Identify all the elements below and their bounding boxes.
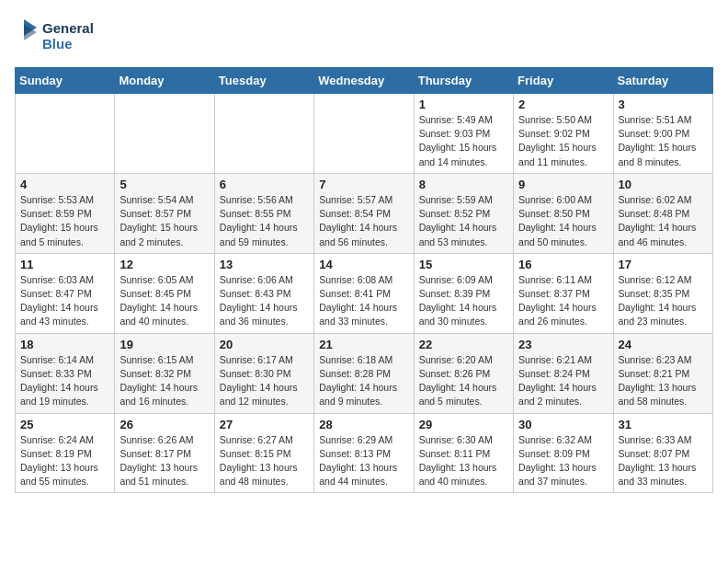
day-info: Sunrise: 6:26 AMSunset: 8:17 PMDaylight:… (119, 433, 209, 489)
calendar-cell: 25Sunrise: 6:24 AMSunset: 8:19 PMDayligh… (16, 413, 115, 493)
day-number: 19 (119, 338, 209, 351)
day-info: Sunrise: 6:23 AMSunset: 8:21 PMDaylight:… (619, 353, 708, 409)
calendar-cell: 2Sunrise: 5:50 AMSunset: 9:02 PMDaylight… (514, 94, 613, 174)
calendar-cell: 17Sunrise: 6:12 AMSunset: 8:35 PMDayligh… (613, 253, 712, 333)
day-number: 1 (419, 98, 508, 111)
week-row-4: 18Sunrise: 6:14 AMSunset: 8:33 PMDayligh… (16, 333, 713, 413)
day-info: Sunrise: 6:29 AMSunset: 8:13 PMDaylight:… (319, 433, 408, 489)
day-info: Sunrise: 6:06 AMSunset: 8:43 PMDaylight:… (220, 273, 309, 329)
calendar-cell: 6Sunrise: 5:56 AMSunset: 8:55 PMDaylight… (214, 173, 313, 253)
calendar-cell: 29Sunrise: 6:30 AMSunset: 8:11 PMDayligh… (414, 413, 513, 493)
calendar-cell: 8Sunrise: 5:59 AMSunset: 8:52 PMDaylight… (414, 173, 513, 253)
calendar-cell: 22Sunrise: 6:20 AMSunset: 8:26 PMDayligh… (414, 333, 513, 413)
day-info: Sunrise: 5:57 AMSunset: 8:54 PMDaylight:… (319, 193, 408, 249)
day-info: Sunrise: 6:15 AMSunset: 8:32 PMDaylight:… (119, 353, 209, 409)
day-number: 15 (419, 258, 508, 271)
day-info: Sunrise: 6:17 AMSunset: 8:30 PMDaylight:… (220, 353, 309, 409)
calendar-cell (214, 94, 313, 174)
day-number: 20 (220, 338, 309, 351)
day-info: Sunrise: 5:51 AMSunset: 9:00 PMDaylight:… (619, 113, 708, 169)
day-number: 9 (518, 178, 608, 191)
calendar-cell: 27Sunrise: 6:27 AMSunset: 8:15 PMDayligh… (214, 413, 313, 493)
day-number: 17 (619, 258, 708, 271)
calendar-cell: 19Sunrise: 6:15 AMSunset: 8:32 PMDayligh… (115, 333, 214, 413)
day-info: Sunrise: 6:03 AMSunset: 8:47 PMDaylight:… (20, 273, 109, 329)
day-info: Sunrise: 6:14 AMSunset: 8:33 PMDaylight:… (20, 353, 109, 409)
day-info: Sunrise: 6:27 AMSunset: 8:15 PMDaylight:… (220, 433, 309, 489)
calendar-cell: 13Sunrise: 6:06 AMSunset: 8:43 PMDayligh… (214, 253, 313, 333)
day-number: 14 (319, 258, 408, 271)
weekday-header-wednesday: Wednesday (314, 68, 414, 94)
weekday-header-friday: Friday (514, 68, 613, 94)
day-info: Sunrise: 5:50 AMSunset: 9:02 PMDaylight:… (518, 113, 608, 169)
calendar-cell: 12Sunrise: 6:05 AMSunset: 8:45 PMDayligh… (115, 253, 214, 333)
week-row-3: 11Sunrise: 6:03 AMSunset: 8:47 PMDayligh… (16, 253, 713, 333)
day-number: 22 (419, 338, 508, 351)
calendar-cell: 3Sunrise: 5:51 AMSunset: 9:00 PMDaylight… (613, 94, 712, 174)
calendar-cell: 20Sunrise: 6:17 AMSunset: 8:30 PMDayligh… (214, 333, 313, 413)
day-info: Sunrise: 5:53 AMSunset: 8:59 PMDaylight:… (20, 193, 109, 249)
calendar-cell: 30Sunrise: 6:32 AMSunset: 8:09 PMDayligh… (514, 413, 613, 493)
day-info: Sunrise: 6:32 AMSunset: 8:09 PMDaylight:… (518, 433, 608, 489)
week-row-1: 1Sunrise: 5:49 AMSunset: 9:03 PMDaylight… (16, 94, 713, 174)
day-info: Sunrise: 5:54 AMSunset: 8:57 PMDaylight:… (119, 193, 209, 249)
day-number: 28 (319, 418, 408, 431)
svg-text:Blue: Blue (42, 36, 73, 52)
weekday-header-sunday: Sunday (16, 68, 115, 94)
day-number: 5 (119, 178, 209, 191)
day-number: 18 (20, 338, 109, 351)
day-info: Sunrise: 6:21 AMSunset: 8:24 PMDaylight:… (518, 353, 608, 409)
weekday-header-saturday: Saturday (613, 68, 712, 94)
day-number: 2 (518, 98, 608, 111)
day-number: 26 (119, 418, 209, 431)
day-number: 3 (619, 98, 708, 111)
calendar-cell (16, 94, 115, 174)
day-number: 13 (220, 258, 309, 271)
day-info: Sunrise: 5:59 AMSunset: 8:52 PMDaylight:… (419, 193, 508, 249)
calendar-cell: 18Sunrise: 6:14 AMSunset: 8:33 PMDayligh… (16, 333, 115, 413)
calendar-cell: 16Sunrise: 6:11 AMSunset: 8:37 PMDayligh… (514, 253, 613, 333)
day-number: 27 (220, 418, 309, 431)
day-info: Sunrise: 5:56 AMSunset: 8:55 PMDaylight:… (220, 193, 309, 249)
day-number: 23 (518, 338, 608, 351)
calendar-cell: 11Sunrise: 6:03 AMSunset: 8:47 PMDayligh… (16, 253, 115, 333)
day-number: 30 (518, 418, 608, 431)
logo-svg: General Blue (15, 15, 107, 56)
calendar-cell: 21Sunrise: 6:18 AMSunset: 8:28 PMDayligh… (314, 333, 414, 413)
day-info: Sunrise: 5:49 AMSunset: 9:03 PMDaylight:… (419, 113, 508, 169)
calendar-cell: 24Sunrise: 6:23 AMSunset: 8:21 PMDayligh… (613, 333, 712, 413)
calendar-cell: 26Sunrise: 6:26 AMSunset: 8:17 PMDayligh… (115, 413, 214, 493)
calendar-cell (314, 94, 414, 174)
day-info: Sunrise: 6:33 AMSunset: 8:07 PMDaylight:… (619, 433, 708, 489)
day-number: 25 (20, 418, 109, 431)
day-number: 24 (619, 338, 708, 351)
calendar-cell: 10Sunrise: 6:02 AMSunset: 8:48 PMDayligh… (613, 173, 712, 253)
day-number: 11 (20, 258, 109, 271)
day-info: Sunrise: 6:02 AMSunset: 8:48 PMDaylight:… (619, 193, 708, 249)
day-number: 16 (518, 258, 608, 271)
weekday-header-thursday: Thursday (414, 68, 513, 94)
day-info: Sunrise: 6:00 AMSunset: 8:50 PMDaylight:… (518, 193, 608, 249)
day-number: 8 (419, 178, 508, 191)
day-number: 12 (119, 258, 209, 271)
calendar-cell: 14Sunrise: 6:08 AMSunset: 8:41 PMDayligh… (314, 253, 414, 333)
calendar-cell: 23Sunrise: 6:21 AMSunset: 8:24 PMDayligh… (514, 333, 613, 413)
day-number: 10 (619, 178, 708, 191)
calendar-table: SundayMondayTuesdayWednesdayThursdayFrid… (15, 67, 713, 493)
calendar-cell: 4Sunrise: 5:53 AMSunset: 8:59 PMDaylight… (16, 173, 115, 253)
day-number: 4 (20, 178, 109, 191)
day-info: Sunrise: 6:12 AMSunset: 8:35 PMDaylight:… (619, 273, 708, 329)
day-info: Sunrise: 6:18 AMSunset: 8:28 PMDaylight:… (319, 353, 408, 409)
week-row-5: 25Sunrise: 6:24 AMSunset: 8:19 PMDayligh… (16, 413, 713, 493)
weekday-header-monday: Monday (115, 68, 214, 94)
day-info: Sunrise: 6:30 AMSunset: 8:11 PMDaylight:… (419, 433, 508, 489)
page-header: General Blue (15, 15, 713, 56)
calendar-cell: 1Sunrise: 5:49 AMSunset: 9:03 PMDaylight… (414, 94, 513, 174)
day-number: 29 (419, 418, 508, 431)
day-number: 7 (319, 178, 408, 191)
calendar-cell: 5Sunrise: 5:54 AMSunset: 8:57 PMDaylight… (115, 173, 214, 253)
calendar-cell: 7Sunrise: 5:57 AMSunset: 8:54 PMDaylight… (314, 173, 414, 253)
day-info: Sunrise: 6:05 AMSunset: 8:45 PMDaylight:… (119, 273, 209, 329)
calendar-cell: 28Sunrise: 6:29 AMSunset: 8:13 PMDayligh… (314, 413, 414, 493)
day-info: Sunrise: 6:20 AMSunset: 8:26 PMDaylight:… (419, 353, 508, 409)
